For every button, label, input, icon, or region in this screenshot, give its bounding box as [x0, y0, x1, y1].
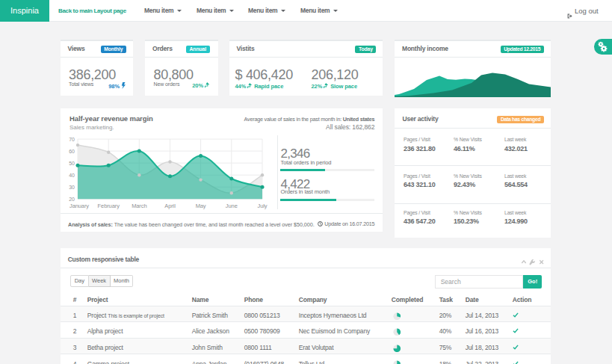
svg-text:30: 30 [69, 185, 75, 190]
svg-text:40: 40 [69, 173, 75, 178]
svg-text:60: 60 [69, 149, 75, 154]
svg-text:50: 50 [69, 161, 75, 166]
svg-text:May: May [196, 203, 206, 209]
svg-text:January: January [69, 203, 89, 209]
svg-text:March: March [132, 203, 146, 209]
svg-text:20: 20 [69, 197, 75, 202]
svg-text:70: 70 [69, 137, 75, 142]
svg-text:July: July [258, 203, 268, 209]
svg-text:June: June [226, 203, 238, 209]
svg-text:April: April [164, 203, 176, 209]
svg-text:February: February [98, 203, 120, 209]
